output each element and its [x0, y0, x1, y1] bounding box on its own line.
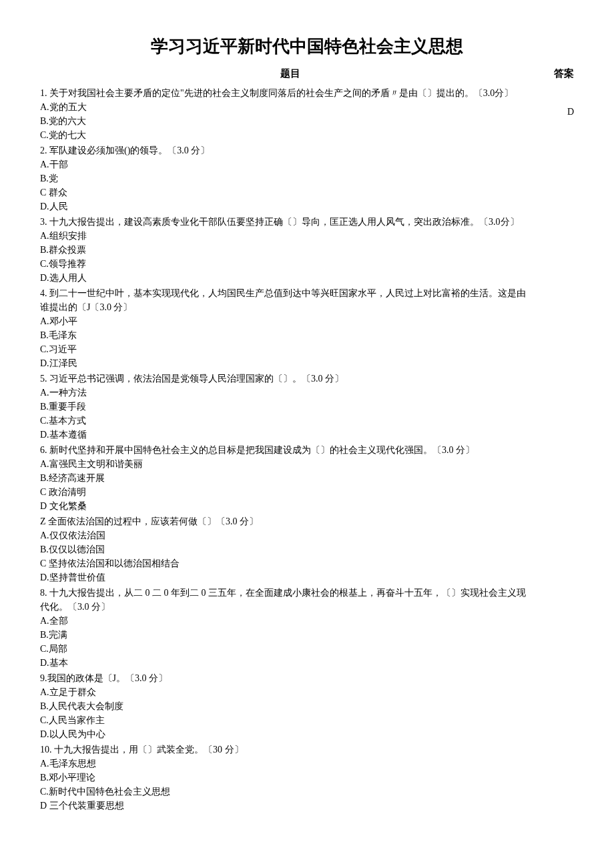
question-option: C.人民当家作主: [40, 713, 527, 727]
question-option: D.以人民为中心: [40, 727, 527, 741]
answer-header: 答案: [541, 66, 574, 81]
question-option: C.习近平: [40, 342, 527, 356]
question-option: D.选人用人: [40, 271, 527, 285]
question-text: 6. 新时代坚持和开展中国特色社会主义的总目标是把我国建设成为〔〕的社会主义现代…: [40, 443, 527, 457]
question-text: 3. 十九大报告提出，建设高素质专业化干部队伍要坚持正确〔〕导向，匡正选人用人风…: [40, 215, 527, 229]
question-option: C 政治清明: [40, 485, 527, 499]
question-option: A.富强民主文明和谐美丽: [40, 457, 527, 471]
question-option: B.仅仅以德治国: [40, 542, 527, 556]
questions-column: 1. 关于对我国社会主要矛盾的定位"先进的社会主义制度同落后的社会生产之间的矛盾…: [40, 85, 541, 813]
question-option: C.新时代中国特色社会主义思想: [40, 785, 527, 799]
question-text: 10. 十九大报告提出，用〔〕武装全党。〔30 分〕: [40, 743, 527, 757]
question-text: 9.我国的政体是〔J。〔3.0 分〕: [40, 671, 527, 685]
question-option: C 坚持依法治国和以德治国相结合: [40, 556, 527, 570]
question-option: B.完满: [40, 628, 527, 642]
question-option: A.组织安排: [40, 229, 527, 243]
question-option: C.基本方式: [40, 414, 527, 428]
question-option: B.经济高速开展: [40, 471, 527, 485]
question-option: B.邓小平理论: [40, 771, 527, 785]
question-option: A.邓小平: [40, 314, 527, 328]
document-title: 学习习近平新时代中国特色社会主义思想: [40, 33, 574, 59]
question-option: B.群众投票: [40, 243, 527, 257]
question-text: 8. 十九大报告提出，从二 0 二 0 年到二 0 三五年，在全面建成小康社会的…: [40, 586, 527, 614]
question-text: 1. 关于对我国社会主要矛盾的定位"先进的社会主义制度同落后的社会生产之间的矛盾…: [40, 86, 527, 100]
question-option: A.一种方法: [40, 386, 527, 400]
question-option: D.人民: [40, 199, 527, 213]
question-text: 4. 到二十一世纪中叶，基本实现现代化，人均国民生产总值到达中等兴旺国家水平，人…: [40, 286, 527, 314]
question-option: D.基本: [40, 656, 527, 670]
question-option: D 文化繁桑: [40, 499, 527, 513]
question-option: C 群众: [40, 185, 527, 199]
question-option: D.坚持普世价值: [40, 570, 527, 584]
question-option: C.党的七大: [40, 128, 527, 142]
question-option: A.干部: [40, 157, 527, 171]
question-text: Z 全面依法治国的过程中，应该若何做〔〕〔3.0 分〕: [40, 514, 527, 528]
question-option: A.党的五大: [40, 100, 527, 114]
question-option: B.重要手段: [40, 400, 527, 414]
question-option: C.局部: [40, 642, 527, 656]
content-area: 1. 关于对我国社会主要矛盾的定位"先进的社会主义制度同落后的社会生产之间的矛盾…: [40, 85, 574, 813]
question-option: B.毛泽东: [40, 328, 527, 342]
question-option: D.基本遵循: [40, 428, 527, 442]
question-text: 2. 军队建设必须加强()的领导。〔3.0 分〕: [40, 143, 527, 157]
table-header: 题目 答案: [40, 66, 574, 81]
question-option: D.江泽民: [40, 356, 527, 370]
question-option: A.立足于群众: [40, 685, 527, 699]
question-option: A.全部: [40, 614, 527, 628]
question-option: B.党的六大: [40, 114, 527, 128]
question-header: 题目: [40, 66, 541, 81]
question-option: A.毛泽东思想: [40, 757, 527, 771]
question-option: B.党: [40, 171, 527, 185]
question-option: A.仅仅依法治国: [40, 528, 527, 542]
question-text: 5. 习近平总书记强调，依法治国是党领导人民治理国家的〔〕。〔3.0 分〕: [40, 372, 527, 386]
question-option: B.人民代表大会制度: [40, 699, 527, 713]
answers-column: D: [541, 85, 574, 119]
question-option: D 三个代装重要思想: [40, 799, 527, 813]
question-option: C.领导推荐: [40, 257, 527, 271]
answer-value: D: [541, 105, 574, 119]
